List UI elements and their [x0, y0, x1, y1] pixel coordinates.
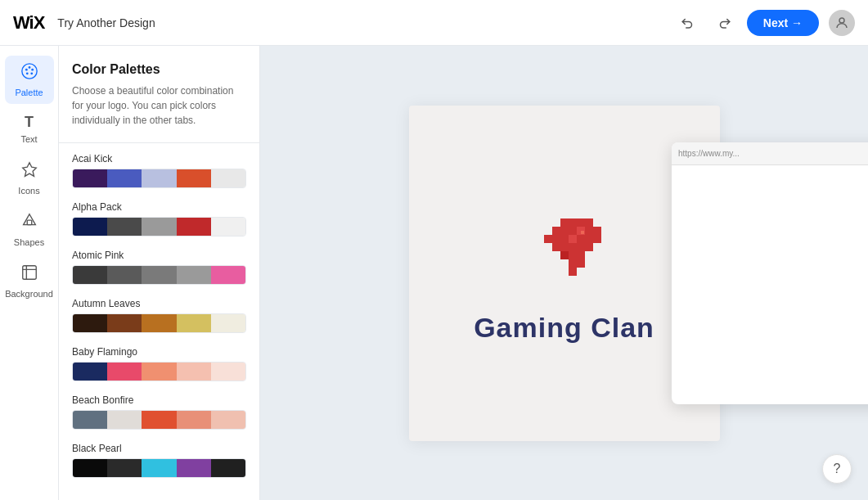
- palette-item[interactable]: Beach Bonfire: [72, 394, 246, 430]
- sidebar-item-shapes[interactable]: Shapes: [5, 205, 54, 254]
- palette-item[interactable]: Atomic Pink: [72, 250, 246, 285]
- svg-rect-22: [560, 235, 569, 243]
- svg-rect-20: [544, 235, 552, 243]
- palette-item[interactable]: Black Pearl: [72, 443, 246, 478]
- sidebar-palette-label: Palette: [15, 88, 43, 97]
- palette-item[interactable]: Autumn Leaves: [72, 298, 246, 333]
- svg-rect-35: [569, 259, 577, 268]
- color-swatch: [73, 218, 107, 236]
- color-swatch: [107, 459, 142, 477]
- color-swatch: [142, 314, 176, 332]
- svg-rect-28: [560, 243, 569, 251]
- palette-list: Acai KickAlpha PackAtomic PinkAutumn Lea…: [59, 150, 259, 500]
- color-swatch: [142, 459, 176, 477]
- palette-swatches: [72, 458, 246, 478]
- palette-name: Beach Bonfire: [72, 394, 246, 406]
- svg-rect-16: [569, 227, 577, 235]
- panel-description: Choose a beautiful color combination for…: [72, 83, 246, 128]
- icons-icon: [20, 160, 38, 182]
- panel-divider: [59, 142, 259, 143]
- sidebar-shapes-label: Shapes: [14, 237, 44, 247]
- color-swatch: [211, 411, 245, 429]
- logo-icon-svg: [511, 202, 618, 292]
- palette-item[interactable]: Acai Kick: [72, 153, 246, 188]
- svg-rect-10: [560, 218, 569, 227]
- header-actions: Next →: [675, 10, 855, 36]
- redo-button[interactable]: [711, 10, 737, 36]
- svg-point-1: [21, 64, 36, 79]
- sidebar-item-background[interactable]: Background: [5, 257, 54, 305]
- color-swatch: [107, 314, 142, 332]
- color-swatch: [73, 314, 107, 332]
- sidebar-icons-label: Icons: [18, 186, 39, 196]
- sidebar-item-palette[interactable]: Palette: [5, 56, 54, 104]
- svg-rect-19: [593, 227, 601, 235]
- svg-rect-30: [577, 243, 585, 251]
- palette-swatches: [72, 265, 246, 285]
- svg-marker-7: [22, 163, 36, 177]
- color-swatch: [107, 363, 142, 381]
- palette-name: Autumn Leaves: [72, 298, 246, 309]
- next-button[interactable]: Next →: [747, 10, 819, 36]
- svg-rect-33: [569, 251, 577, 259]
- browser-bar: https://www.my...: [672, 142, 868, 165]
- svg-rect-18: [585, 227, 593, 235]
- color-swatch: [73, 266, 107, 284]
- palette-name: Baby Flamingo: [72, 346, 246, 358]
- svg-rect-25: [585, 235, 593, 243]
- header-title: Try Another Design: [57, 16, 661, 29]
- color-swatch: [211, 266, 245, 284]
- panel-title: Color Palettes: [72, 62, 246, 77]
- browser-preview: https://www.my... Ga: [672, 142, 868, 404]
- color-swatch: [107, 218, 142, 236]
- palette-name: Black Pearl: [72, 443, 246, 454]
- header: WiX Try Another Design Next →: [0, 0, 868, 46]
- svg-rect-26: [593, 235, 601, 243]
- sidebar-background-label: Background: [5, 289, 53, 299]
- color-swatch: [73, 169, 107, 187]
- svg-rect-38: [560, 251, 569, 259]
- svg-rect-36: [577, 259, 585, 268]
- color-swatch: [73, 459, 107, 477]
- svg-point-2: [25, 69, 27, 71]
- svg-rect-29: [569, 243, 577, 251]
- color-swatch: [142, 363, 176, 381]
- palette-swatches: [72, 217, 246, 236]
- color-swatch: [177, 314, 211, 332]
- sidebar-item-text[interactable]: T Text: [5, 107, 54, 151]
- color-swatch: [177, 459, 211, 477]
- user-avatar-button[interactable]: [829, 10, 855, 36]
- sidebar-text-label: Text: [20, 134, 37, 144]
- svg-point-0: [839, 18, 844, 23]
- color-swatch: [177, 266, 211, 284]
- background-icon: [20, 264, 38, 286]
- svg-rect-12: [577, 218, 585, 227]
- svg-rect-34: [577, 251, 585, 259]
- svg-point-4: [31, 69, 34, 71]
- color-swatch: [211, 459, 245, 477]
- palette-swatches: [72, 362, 246, 381]
- color-swatch: [142, 266, 176, 284]
- color-swatch: [211, 169, 245, 187]
- color-swatch: [177, 411, 211, 429]
- palette-swatches: [72, 169, 246, 188]
- undo-button[interactable]: [675, 10, 701, 36]
- preview-area: Gaming Clan https://www.my... Ga: [260, 46, 868, 500]
- palette-item[interactable]: Alpha Pack: [72, 201, 246, 236]
- logo-icon-area: [511, 202, 618, 295]
- sidebar: Palette T Text Icons Shapes: [0, 46, 59, 500]
- color-swatch: [73, 363, 107, 381]
- palette-item[interactable]: Baby Flamingo: [72, 346, 246, 381]
- color-swatch: [177, 218, 211, 236]
- palette-swatches: [72, 313, 246, 333]
- svg-rect-9: [22, 266, 36, 280]
- svg-rect-13: [585, 218, 593, 227]
- sidebar-item-icons[interactable]: Icons: [5, 154, 54, 202]
- help-button[interactable]: ?: [822, 454, 852, 484]
- wix-logo: WiX: [13, 12, 44, 34]
- color-swatch: [177, 169, 211, 187]
- svg-point-5: [30, 72, 33, 74]
- color-swatch: [73, 411, 107, 429]
- palette-name: Atomic Pink: [72, 250, 246, 261]
- palette-swatches: [72, 410, 246, 430]
